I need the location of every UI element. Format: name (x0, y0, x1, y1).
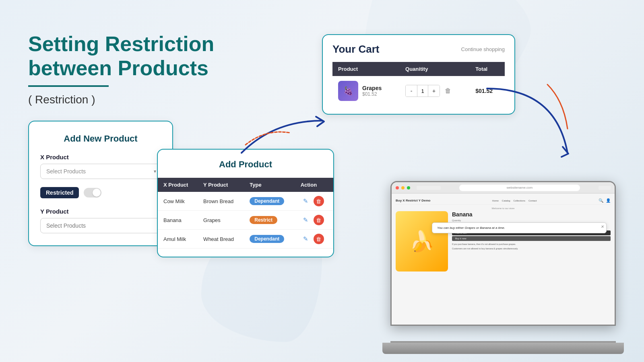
laptop-popup: You can buy either Grapes or Banana at a… (432, 222, 607, 233)
account-icon: 👤 (606, 198, 611, 203)
heading-title: Setting Restriction between Products (28, 32, 237, 80)
laptop-nav: Buy X Restrict Y Demo Home Catalog Colle… (396, 197, 611, 205)
remove-item-button[interactable]: 🗑 (445, 87, 451, 95)
row-y-product: Grapes (198, 211, 244, 230)
nav-contact: Contact (528, 200, 537, 202)
laptop-base (382, 343, 624, 354)
row-x-product: Cow Milk (158, 192, 198, 211)
product-table: X Product Y Product Type Action Cow Milk… (158, 178, 333, 249)
qty-decrease-button[interactable]: - (406, 85, 417, 97)
y-product-input[interactable] (40, 218, 161, 233)
restricted-toggle-row: Restricted (40, 187, 161, 198)
nav-catalog: Catalog (502, 200, 510, 202)
row-action: ✎ 🗑 (295, 230, 333, 249)
browser-dot-red (396, 186, 399, 189)
delete-button[interactable]: 🗑 (314, 196, 324, 206)
laptop-restriction-text-2: Customers are not allowed to buy banana … (452, 247, 611, 250)
laptop-product-name: Banana (452, 211, 611, 218)
restricted-label: Restricted (40, 187, 79, 198)
cart-title: Your Cart (332, 43, 380, 56)
cart-header: Your Cart Continue shopping (332, 43, 505, 56)
qty-value: 1 (417, 85, 428, 97)
delete-button[interactable]: 🗑 (314, 215, 324, 225)
laptop-product-details: Banana Quantity - 1 + Add to cart Buy it… (452, 211, 611, 272)
delete-button[interactable]: 🗑 (314, 234, 324, 244)
arrow-to-cart (233, 97, 346, 161)
browser-bar: websitename.com (392, 182, 615, 193)
qty-increase-button[interactable]: + (428, 85, 440, 97)
table-row: Amul Milk Wheat Bread Dependant ✎ 🗑 (158, 230, 333, 249)
laptop-screen: websitename.com Buy X Restrict Y Demo Ho… (392, 182, 615, 325)
nav-home: Home (492, 200, 499, 202)
product-name: Grapes (362, 85, 382, 91)
x-product-select[interactable]: Select Products (40, 164, 161, 179)
laptop-content: Buy X Restrict Y Demo Home Catalog Colle… (392, 193, 615, 275)
type-badge-restrict: Restrict (250, 216, 277, 224)
laptop-buy-now-button[interactable]: Buy it now (452, 236, 611, 241)
row-y-product: Brown Bread (198, 192, 244, 211)
table-row: Cow Milk Brown Bread Dependant ✎ 🗑 (158, 192, 333, 211)
add-product-card: Add Product X Product Y Product Type Act… (157, 149, 334, 257)
y-product-label: Y Product (40, 208, 161, 215)
type-badge-dependant: Dependant (250, 197, 284, 205)
laptop-mockup: websitename.com Buy X Restrict Y Demo Ho… (390, 181, 624, 354)
type-badge-dependant: Dependant (250, 235, 284, 243)
laptop-product-area: 🍌 Banana Quantity - 1 + Add to cart Buy … (396, 211, 611, 272)
col-y-product: Y Product (198, 178, 244, 192)
edit-button[interactable]: ✎ (301, 234, 311, 244)
laptop-screen-wrapper: websitename.com Buy X Restrict Y Demo Ho… (390, 181, 616, 326)
row-x-product: Amul Milk (158, 230, 198, 249)
cart-quantity-cell: - 1 + 🗑 (400, 76, 470, 106)
heading-subtitle: ( Restriction ) (28, 93, 237, 106)
col-action: Action (295, 178, 333, 192)
col-type: Type (244, 178, 295, 192)
banana-product-image: 🍌 (396, 211, 448, 272)
restricted-toggle[interactable] (84, 188, 101, 197)
heading-underline (28, 85, 109, 87)
row-type: Dependant (244, 192, 295, 211)
edit-button[interactable]: ✎ (301, 215, 311, 225)
table-row: Banana Grapes Restrict ✎ 🗑 (158, 211, 333, 230)
browser-dot-yellow (401, 186, 405, 189)
row-y-product: Wheat Bread (198, 230, 244, 249)
col-x-product: X Product (158, 178, 198, 192)
url-bar: websitename.com (459, 185, 580, 191)
store-welcome: Welcome to our store (396, 207, 611, 210)
edit-button[interactable]: ✎ (301, 196, 311, 206)
popup-close-icon[interactable]: ✕ (601, 224, 604, 229)
heading-section: Setting Restriction between Products ( R… (28, 32, 237, 106)
store-logo: Buy X Restrict Y Demo (396, 199, 430, 202)
laptop-restriction-text-1: If you purchase banana, then it's not al… (452, 243, 611, 246)
laptop-quantity-label: Quantity (452, 219, 611, 222)
nav-collections: Collections (514, 200, 525, 202)
row-x-product: Banana (158, 211, 198, 230)
row-action: ✎ 🗑 (295, 211, 333, 230)
search-icon: 🔍 (599, 198, 603, 203)
cart-col-total: Total (470, 62, 505, 76)
browser-dot-green (407, 186, 410, 189)
row-action: ✎ 🗑 (295, 192, 333, 211)
row-type: Dependant (244, 230, 295, 249)
nav-links: Home Catalog Collections Contact (492, 200, 537, 202)
x-product-select-wrapper: Select Products ▾ (40, 164, 161, 179)
add-new-product-card: Add New Product X Product Select Product… (28, 121, 173, 246)
cart-col-product: Product (332, 62, 400, 76)
product-info: Grapes $01.52 (362, 85, 382, 97)
quantity-control: - 1 + (405, 85, 440, 97)
cart-col-quantity: Quanitity (400, 62, 470, 76)
product-price: $01.52 (362, 91, 382, 97)
continue-shopping-link[interactable]: Continue shopping (461, 46, 505, 52)
row-type: Restrict (244, 211, 295, 230)
x-product-label: X Product (40, 154, 161, 160)
add-new-product-title: Add New Product (40, 134, 161, 144)
